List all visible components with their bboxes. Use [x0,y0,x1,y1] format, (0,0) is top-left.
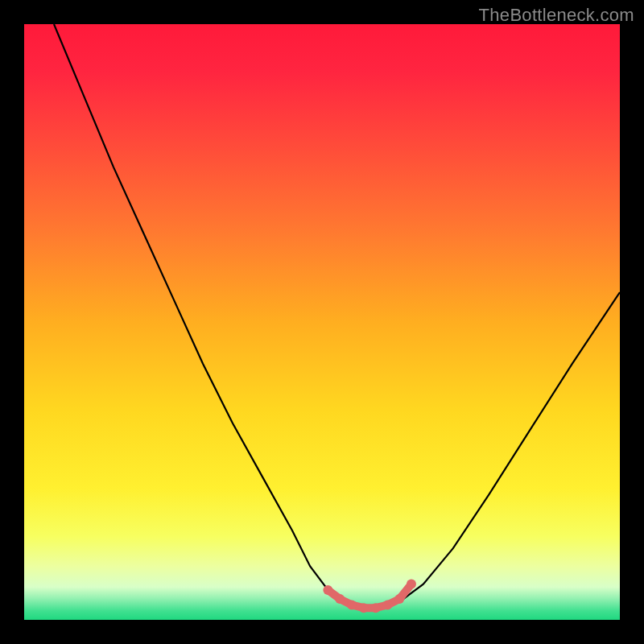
gradient-background [24,24,620,620]
optimal-range-marker [359,603,369,613]
optimal-range-marker [407,580,416,589]
optimal-range-marker [323,585,332,595]
bottleneck-chart [24,24,620,620]
optimal-range-marker [335,594,345,604]
watermark-text: TheBottleneck.com [479,5,634,26]
optimal-range-marker [394,594,404,604]
chart-frame: TheBottleneck.com [0,0,644,644]
optimal-range-marker [371,603,381,613]
optimal-range-marker [347,601,357,610]
optimal-range-marker [382,601,392,610]
